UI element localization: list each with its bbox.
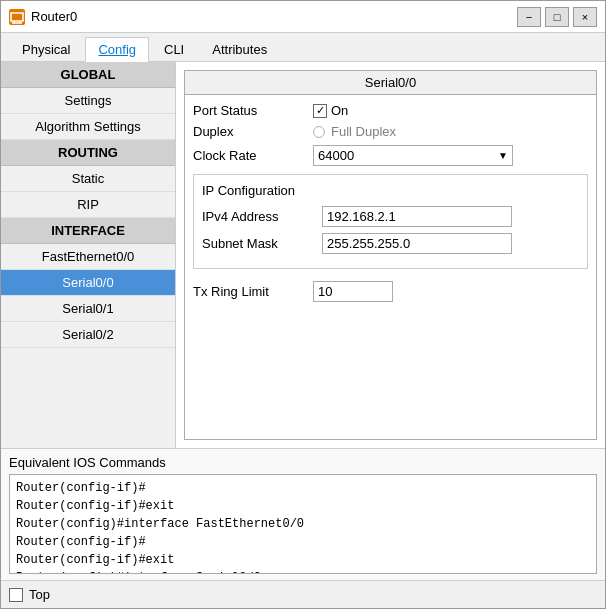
ios-line-4: Router(config-if)#	[16, 533, 590, 551]
tab-bar: Physical Config CLI Attributes	[1, 33, 605, 62]
subnet-input[interactable]	[322, 233, 512, 254]
duplex-label: Duplex	[193, 124, 313, 139]
chevron-down-icon: ▼	[498, 150, 508, 161]
port-content: Port Status ✓ On Duplex Ful	[185, 95, 596, 439]
subnet-row: Subnet Mask	[202, 233, 579, 254]
sidebar-item-serial0-1[interactable]: Serial0/1	[1, 296, 175, 322]
clock-rate-row: Clock Rate 64000 ▼	[193, 145, 588, 166]
section-header-interface: INTERFACE	[1, 218, 175, 244]
ios-line-6: Router(config)#interface Serial0/0	[16, 569, 590, 574]
duplex-row: Duplex Full Duplex	[193, 124, 588, 139]
bottom-bar: Top	[1, 580, 605, 608]
equivalent-title: Equivalent IOS Commands	[9, 455, 597, 470]
duplex-group: Full Duplex	[313, 124, 396, 139]
main-window: Router0 − □ × Physical Config CLI Attrib…	[0, 0, 606, 609]
ios-terminal[interactable]: Router(config-if)# Router(config-if)#exi…	[9, 474, 597, 574]
section-header-routing: ROUTING	[1, 140, 175, 166]
tab-attributes[interactable]: Attributes	[199, 37, 280, 61]
tx-ring-row: Tx Ring Limit	[193, 281, 588, 302]
sidebar-scroll[interactable]: GLOBAL Settings Algorithm Settings ROUTI…	[1, 62, 175, 448]
subnet-label: Subnet Mask	[202, 236, 322, 251]
sidebar-item-serial0-0[interactable]: Serial0/0	[1, 270, 175, 296]
ios-line-2: Router(config-if)#exit	[16, 497, 590, 515]
ios-line-1: Router(config-if)#	[16, 479, 590, 497]
close-button[interactable]: ×	[573, 7, 597, 27]
window-title: Router0	[31, 9, 517, 24]
ipv4-label: IPv4 Address	[202, 209, 322, 224]
maximize-button[interactable]: □	[545, 7, 569, 27]
sidebar-item-algorithm-settings[interactable]: Algorithm Settings	[1, 114, 175, 140]
duplex-radio[interactable]	[313, 126, 325, 138]
titlebar: Router0 − □ ×	[1, 1, 605, 33]
tab-cli[interactable]: CLI	[151, 37, 197, 61]
minimize-button[interactable]: −	[517, 7, 541, 27]
main-panel: Serial0/0 Port Status ✓ On	[176, 62, 605, 448]
port-panel: Serial0/0 Port Status ✓ On	[184, 70, 597, 440]
sidebar-item-fastethernet0-0[interactable]: FastEthernet0/0	[1, 244, 175, 270]
port-status-label: Port Status	[193, 103, 313, 118]
clock-rate-value: 64000	[318, 148, 354, 163]
clock-rate-label: Clock Rate	[193, 148, 313, 163]
top-checkbox[interactable]	[9, 588, 23, 602]
sidebar-item-serial0-2[interactable]: Serial0/2	[1, 322, 175, 348]
ipv4-row: IPv4 Address	[202, 206, 579, 227]
ios-line-3: Router(config)#interface FastEthernet0/0	[16, 515, 590, 533]
app-icon	[9, 9, 25, 25]
tab-config[interactable]: Config	[85, 37, 149, 62]
equivalent-ios-section: Equivalent IOS Commands Router(config-if…	[1, 448, 605, 580]
sidebar-item-static[interactable]: Static	[1, 166, 175, 192]
tx-ring-label: Tx Ring Limit	[193, 284, 313, 299]
port-status-row: Port Status ✓ On	[193, 103, 588, 118]
sidebar: GLOBAL Settings Algorithm Settings ROUTI…	[1, 62, 176, 448]
ip-config-section: IP Configuration IPv4 Address Subnet Mas…	[193, 174, 588, 269]
ios-line-5: Router(config-if)#exit	[16, 551, 590, 569]
clock-rate-select[interactable]: 64000 ▼	[313, 145, 513, 166]
port-status-on-label: On	[331, 103, 348, 118]
ipv4-input[interactable]	[322, 206, 512, 227]
port-status-checkbox[interactable]: ✓	[313, 104, 327, 118]
sidebar-item-rip[interactable]: RIP	[1, 192, 175, 218]
port-status-on-group: ✓ On	[313, 103, 348, 118]
main-content: GLOBAL Settings Algorithm Settings ROUTI…	[1, 62, 605, 448]
tab-physical[interactable]: Physical	[9, 37, 83, 61]
svg-rect-0	[11, 13, 23, 21]
ip-config-title: IP Configuration	[202, 183, 579, 198]
sidebar-item-settings[interactable]: Settings	[1, 88, 175, 114]
tx-ring-input[interactable]	[313, 281, 393, 302]
window-controls: − □ ×	[517, 7, 597, 27]
top-label: Top	[29, 587, 50, 602]
port-title: Serial0/0	[185, 71, 596, 95]
section-header-global: GLOBAL	[1, 62, 175, 88]
duplex-value: Full Duplex	[331, 124, 396, 139]
